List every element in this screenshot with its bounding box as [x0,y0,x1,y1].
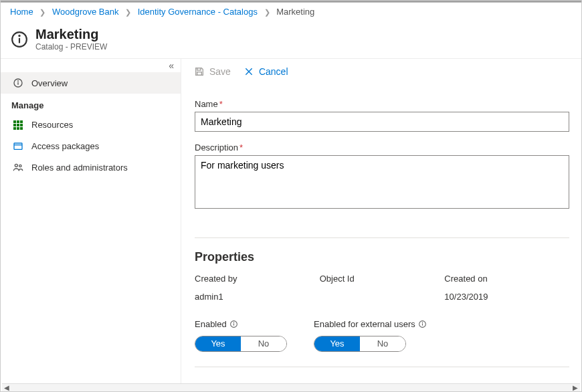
sidebar-item-overview[interactable]: Overview [1,72,181,94]
external-toggle: Enabled for external users Yes No [314,319,427,352]
svg-rect-8 [20,120,23,123]
sidebar-item-access-packages[interactable]: Access packages [1,135,181,157]
divider [195,237,569,238]
svg-point-17 [19,165,21,167]
svg-point-2 [19,35,19,35]
sidebar-item-roles[interactable]: Roles and administrators [1,157,181,178]
enabled-pill[interactable]: Yes No [195,336,287,352]
page-title: Marketing [35,27,107,42]
save-label: Save [209,66,231,77]
svg-rect-15 [14,143,22,149]
package-icon [11,140,25,151]
info-icon[interactable] [418,320,427,329]
external-no[interactable]: No [360,336,405,351]
horizontal-scrollbar[interactable]: ◀ ▶ [2,383,580,391]
chevron-right-icon: ❯ [260,8,274,16]
sidebar-item-label: Roles and administrators [31,163,128,173]
chevron-right-icon: ❯ [35,8,50,16]
name-label: Name* [195,99,563,109]
breadcrumb-item-home[interactable]: Home [10,7,33,17]
properties-grid: Created by admin1 Object Id Created on 1… [195,274,569,302]
page-header: Marketing Catalog - PREVIEW [1,21,581,59]
description-label: Description* [195,142,563,153]
object-id-label: Object Id [320,274,445,284]
external-pill[interactable]: Yes No [314,336,406,352]
created-on-value: 10/23/2019 [444,292,569,302]
required-icon: * [219,99,223,109]
enabled-no[interactable]: No [241,336,286,351]
scroll-right-icon[interactable]: ▶ [571,384,580,391]
svg-rect-19 [197,72,202,76]
svg-rect-13 [17,127,19,130]
enabled-label: Enabled [195,319,227,329]
description-input[interactable]: For marketing users [195,155,569,209]
created-on-label: Created on [444,274,569,284]
external-yes[interactable]: Yes [314,336,360,351]
sidebar: « Overview Manage Resources Access packa… [1,59,181,385]
toolbar: Save Cancel [181,59,581,84]
enabled-yes[interactable]: Yes [195,336,241,351]
scroll-left-icon[interactable]: ◀ [2,384,11,391]
svg-point-16 [15,164,17,167]
info-icon[interactable] [229,320,239,329]
created-by-label: Created by [195,274,320,284]
info-icon [10,30,29,49]
cancel-label: Cancel [259,66,288,77]
required-icon: * [239,142,243,153]
breadcrumb-item-current: Marketing [276,7,314,17]
sidebar-item-label: Resources [31,120,73,130]
svg-point-5 [18,81,19,82]
main-content: Save Cancel Name* Description* For marke… [181,59,581,385]
svg-rect-6 [13,120,16,123]
svg-rect-9 [13,124,16,126]
svg-rect-11 [20,124,23,126]
svg-rect-18 [197,68,201,70]
cancel-button[interactable]: Cancel [243,66,288,78]
save-button[interactable]: Save [193,66,231,78]
properties-heading: Properties [195,250,563,264]
grid-icon [11,120,25,130]
sidebar-section-manage: Manage [1,94,181,114]
svg-point-24 [233,322,234,322]
svg-point-27 [422,322,423,322]
chevron-right-icon: ❯ [121,8,135,16]
svg-rect-7 [17,120,19,123]
info-icon [11,78,25,88]
enabled-toggle: Enabled Yes No [195,319,287,352]
created-by-value: admin1 [195,292,320,302]
sidebar-item-label: Overview [31,78,68,88]
external-label: Enabled for external users [314,319,415,329]
save-icon [193,66,205,78]
breadcrumb-item-catalogs[interactable]: Identity Governance - Catalogs [138,7,258,17]
svg-rect-12 [13,127,16,130]
svg-rect-10 [17,124,19,126]
collapse-icon[interactable]: « [169,60,174,71]
page-subtitle: Catalog - PREVIEW [35,42,107,52]
close-icon [243,66,255,78]
divider [195,367,569,367]
breadcrumb-item-woodgrove[interactable]: Woodgrove Bank [52,7,119,17]
breadcrumb: Home ❯ Woodgrove Bank ❯ Identity Governa… [1,3,581,21]
people-icon [11,162,25,173]
sidebar-item-label: Access packages [31,141,99,151]
svg-rect-14 [20,127,23,130]
sidebar-item-resources[interactable]: Resources [1,114,181,135]
name-input[interactable] [195,112,569,132]
